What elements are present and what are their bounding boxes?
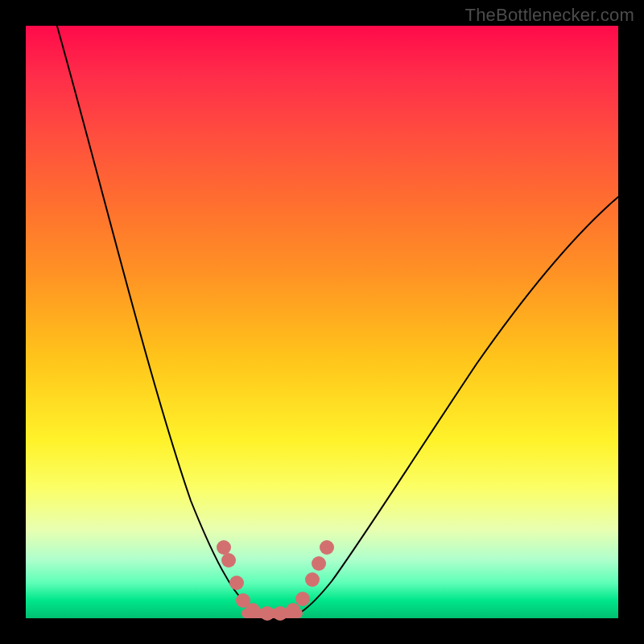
curve-right [295, 191, 625, 616]
watermark-text: TheBottlenecker.com [465, 5, 634, 26]
plot-area [26, 26, 618, 618]
data-dot [286, 603, 300, 617]
data-dot [295, 592, 310, 606]
chart-frame: TheBottlenecker.com [0, 0, 644, 644]
data-dot [229, 576, 244, 590]
data-dot [217, 540, 231, 555]
data-dot [273, 606, 287, 621]
curves-svg [26, 26, 618, 618]
curve-left [55, 18, 264, 616]
data-dot [312, 556, 326, 571]
data-dot [246, 603, 260, 617]
data-dot [260, 606, 275, 621]
data-dot [221, 553, 236, 568]
data-dot [320, 540, 334, 555]
data-dot [305, 572, 320, 587]
